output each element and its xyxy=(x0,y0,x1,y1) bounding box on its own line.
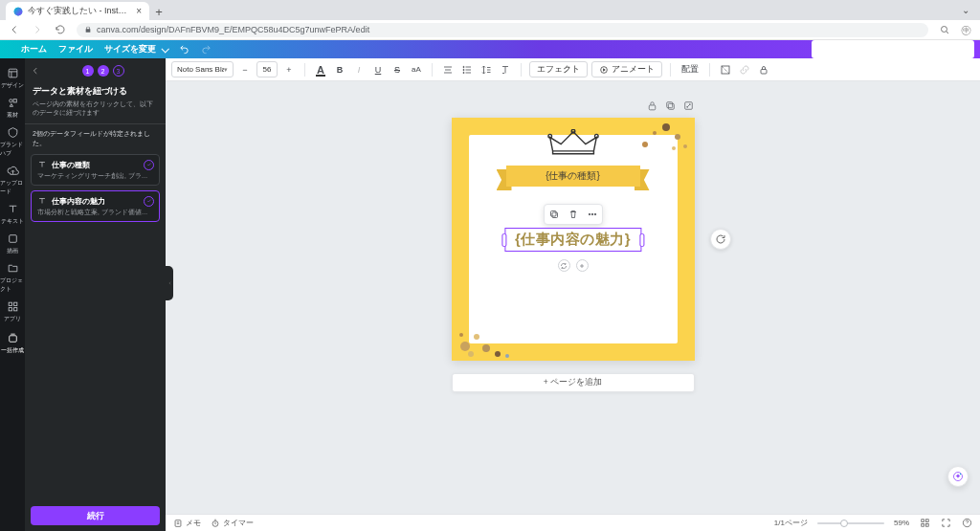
case-button[interactable]: aA xyxy=(409,61,424,77)
rotate-handle[interactable] xyxy=(710,229,731,250)
rail-projects[interactable]: プロジェクト xyxy=(0,259,25,298)
help-fab[interactable] xyxy=(947,466,969,487)
crown-graphic[interactable] xyxy=(546,129,601,162)
resize-handle-left[interactable] xyxy=(501,233,506,247)
rail-draw[interactable]: 描画 xyxy=(0,230,25,259)
rail-apps[interactable]: アプリ xyxy=(0,298,25,327)
font-size-decrease[interactable]: − xyxy=(237,61,253,77)
selected-text-content: {仕事内容の魅力} xyxy=(515,231,631,247)
font-family-select[interactable]: Noto Sans Black ▾ xyxy=(171,61,234,77)
tab-close-icon[interactable]: × xyxy=(136,6,142,16)
timer-button[interactable]: タイマー xyxy=(211,518,254,528)
svg-point-33 xyxy=(505,354,509,358)
data-field-card-2[interactable]: 仕事内容の魅力 市場分析と戦略立案, ブランド価値の向上, オンライン広… xyxy=(31,190,160,222)
svg-rect-50 xyxy=(925,523,928,526)
add-page-button[interactable]: + ページを追加 xyxy=(452,373,695,392)
ribbon-banner[interactable]: {仕事の種類} xyxy=(506,166,640,187)
sync-toggle-icon[interactable] xyxy=(558,259,570,272)
search-tabs-icon[interactable] xyxy=(938,23,951,36)
svg-point-30 xyxy=(482,344,490,352)
rail-elements[interactable]: 素材 xyxy=(0,94,25,123)
resize-handle-right[interactable] xyxy=(639,233,644,247)
fullscreen-icon[interactable] xyxy=(940,518,951,529)
italic-button[interactable]: I xyxy=(351,61,367,77)
browser-tab[interactable]: 今すぐ実践したい - Instagramの投… × xyxy=(6,2,149,20)
bold-button[interactable]: B xyxy=(332,61,347,77)
side-rail: デザイン 素材 ブランドハブ アップロード テキスト 描画 プロジェクト アプリ… xyxy=(0,58,25,531)
page-indicator[interactable]: 1/1ページ xyxy=(774,518,808,528)
panel-back-icon[interactable] xyxy=(31,62,40,79)
svg-rect-49 xyxy=(921,523,924,526)
svg-rect-3 xyxy=(9,69,17,77)
rail-design[interactable]: デザイン xyxy=(0,64,25,94)
underline-button[interactable]: U xyxy=(370,61,386,77)
svg-point-26 xyxy=(683,144,687,148)
svg-rect-10 xyxy=(13,308,16,311)
link-button[interactable] xyxy=(737,61,752,77)
svg-rect-47 xyxy=(921,520,924,522)
duplicate-element-icon[interactable] xyxy=(545,205,564,224)
zoom-level[interactable]: 59% xyxy=(894,519,909,527)
font-size-increase[interactable]: + xyxy=(281,61,297,77)
list-button[interactable] xyxy=(459,61,475,77)
align-button[interactable] xyxy=(440,61,456,77)
position-button[interactable]: 配置 xyxy=(679,61,702,77)
new-tab-button[interactable]: + xyxy=(149,3,168,20)
canvas-stage[interactable]: {仕事の種類} {仕事内容の魅力} xyxy=(166,81,980,514)
design-page[interactable]: {仕事の種類} {仕事内容の魅力} xyxy=(452,118,695,361)
rail-uploads[interactable]: アップロード xyxy=(0,162,25,200)
svg-rect-17 xyxy=(761,69,767,74)
page-lock-icon[interactable] xyxy=(646,99,658,111)
nav-back-icon[interactable] xyxy=(8,23,21,36)
svg-rect-38 xyxy=(552,212,558,218)
help-icon[interactable] xyxy=(961,518,972,529)
app-header: ホーム ファイル サイズを変更 xyxy=(0,40,980,58)
svg-point-27 xyxy=(672,146,676,150)
undo-button[interactable] xyxy=(179,44,189,55)
svg-point-28 xyxy=(460,342,470,351)
font-size-input[interactable]: 56 xyxy=(256,61,278,77)
rail-brand[interactable]: ブランドハブ xyxy=(0,123,25,162)
more-element-icon[interactable] xyxy=(583,205,602,224)
zoom-thumb[interactable] xyxy=(840,520,848,527)
svg-point-42 xyxy=(594,213,596,215)
rail-text[interactable]: テキスト xyxy=(0,200,25,230)
nav-reload-icon[interactable] xyxy=(54,23,67,36)
effects-button[interactable]: エフェクト xyxy=(529,61,588,77)
svg-point-35 xyxy=(547,134,551,138)
svg-point-31 xyxy=(495,351,501,357)
spacing-button[interactable] xyxy=(479,61,494,77)
grid-view-icon[interactable] xyxy=(919,518,930,529)
svg-point-37 xyxy=(594,134,598,138)
strike-button[interactable]: S xyxy=(390,61,405,77)
svg-point-29 xyxy=(474,334,479,340)
lock-button[interactable] xyxy=(756,61,771,77)
animate-button[interactable]: アニメート xyxy=(591,61,662,77)
delete-element-icon[interactable] xyxy=(564,205,583,224)
nav-forward-icon[interactable] xyxy=(31,23,44,36)
file-menu[interactable]: ファイル xyxy=(58,43,93,55)
url-box[interactable]: canva.com/design/DAFnFBVM9_E/EMPQC58u4DC… xyxy=(77,23,928,37)
resize-menu[interactable]: サイズを変更 xyxy=(104,43,167,55)
selected-text-element[interactable]: {仕事内容の魅力} xyxy=(504,228,641,252)
continue-button[interactable]: 続行 xyxy=(31,506,160,525)
svg-rect-19 xyxy=(668,103,674,109)
transparency-button[interactable] xyxy=(718,61,733,77)
divider xyxy=(25,123,166,124)
text-color-button[interactable]: A xyxy=(313,61,328,77)
zoom-slider[interactable] xyxy=(817,522,884,524)
window-chevron-icon[interactable]: ⌄ xyxy=(951,0,980,20)
editor-area: Noto Sans Black ▾ − 56 + A B I U S aA xyxy=(166,58,980,531)
add-below-icon[interactable] xyxy=(576,259,589,272)
redo-button[interactable] xyxy=(201,44,212,55)
home-button[interactable]: ホーム xyxy=(21,43,47,55)
page-expand-icon[interactable] xyxy=(682,99,695,111)
vertical-text-button[interactable] xyxy=(498,61,513,77)
rail-bulk-create[interactable]: 一括作成 xyxy=(0,329,25,359)
panel-title: データと素材を紐づける xyxy=(25,83,166,100)
notes-button[interactable]: メモ xyxy=(173,518,201,528)
translate-icon[interactable]: ㊥ xyxy=(959,23,972,36)
page-duplicate-icon[interactable] xyxy=(664,99,677,111)
data-field-card-1[interactable]: 仕事の種類 マーケティングリサーチ創出, ブランドマネージャー, デ… xyxy=(31,154,160,186)
svg-point-24 xyxy=(662,123,670,131)
